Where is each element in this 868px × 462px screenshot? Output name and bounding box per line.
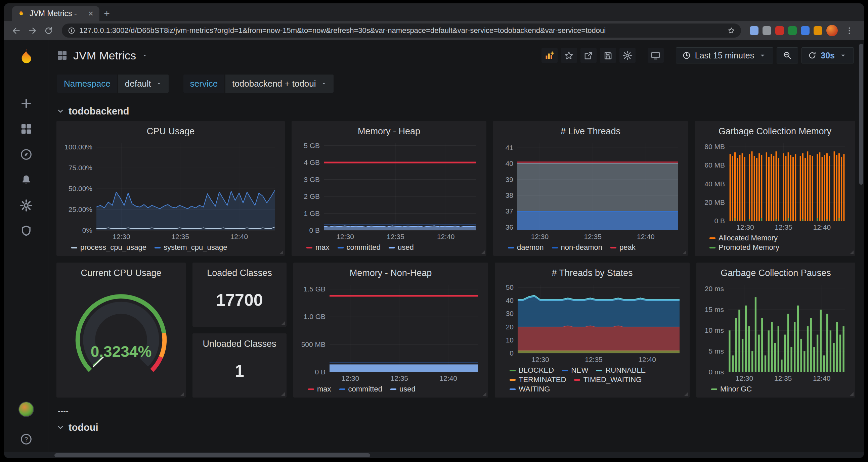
extension-icon[interactable] bbox=[801, 26, 810, 35]
bookmark-star-icon[interactable] bbox=[727, 27, 735, 34]
dashboard-title[interactable]: JVM Metrics bbox=[73, 49, 136, 62]
panel-title[interactable]: CPU Usage bbox=[61, 125, 280, 139]
tab-close-icon[interactable]: × bbox=[87, 9, 95, 18]
legend-item[interactable]: daemon bbox=[508, 243, 544, 252]
panel-legend: process_cpu_usagesystem_cpu_usage bbox=[61, 242, 280, 253]
title-caret-icon[interactable] bbox=[142, 52, 148, 59]
address-bar[interactable]: 127.0.0.1:3002/d/D65bST8iz/jvm-metrics?o… bbox=[62, 24, 741, 38]
sidebar-item-help[interactable]: ? bbox=[19, 432, 34, 447]
variable-service[interactable]: service todobackend + todoui bbox=[183, 74, 334, 93]
variable-value: todobackend + todoui bbox=[232, 78, 316, 89]
horizontal-scrollbar[interactable] bbox=[54, 453, 370, 457]
gc-pauses-chart[interactable]: 20 ms15 ms10 ms5 ms0 ms12:3012:3512:40 bbox=[701, 281, 850, 384]
browser-profile-avatar[interactable] bbox=[826, 25, 838, 36]
back-button[interactable] bbox=[9, 23, 24, 38]
share-dashboard-button[interactable] bbox=[581, 48, 597, 63]
extension-icon[interactable] bbox=[750, 26, 758, 35]
memory-heap-chart[interactable]: 5 GB4 GB3 GB2 GB1 GB0 B12:3012:3512:40 bbox=[296, 139, 482, 242]
svg-text:10 ms: 10 ms bbox=[705, 326, 724, 334]
legend-item[interactable]: TERMINATED bbox=[509, 375, 566, 384]
legend-swatch bbox=[709, 247, 715, 249]
svg-text:12:30: 12:30 bbox=[531, 233, 549, 240]
panel-title[interactable]: Loaded Classes bbox=[197, 267, 282, 281]
legend-item[interactable]: RUNNABLE bbox=[596, 366, 646, 375]
gear-icon bbox=[622, 51, 632, 60]
legend-item[interactable]: NEW bbox=[562, 366, 588, 375]
row-todoui[interactable]: todoui bbox=[56, 418, 855, 437]
legend-item[interactable]: used bbox=[390, 385, 415, 394]
panel-title[interactable]: Garbage Collection Memory bbox=[700, 125, 850, 139]
variable-value-dropdown[interactable]: todobackend + todoui bbox=[225, 74, 333, 93]
variable-namespace[interactable]: Namespace default bbox=[57, 74, 168, 93]
text-panel-separator: ---- bbox=[56, 398, 855, 418]
grafana-logo-icon[interactable] bbox=[16, 47, 37, 68]
svg-text:12:35: 12:35 bbox=[584, 233, 601, 240]
sidebar-item-server-admin[interactable] bbox=[19, 224, 34, 238]
svg-text:12:35: 12:35 bbox=[171, 233, 189, 240]
legend-item[interactable]: used bbox=[389, 243, 414, 252]
legend-item[interactable]: Promoted Memory bbox=[709, 243, 779, 252]
sidebar-item-create[interactable] bbox=[19, 96, 34, 111]
legend-item[interactable]: WAITING bbox=[509, 385, 550, 394]
sidebar-item-configuration[interactable] bbox=[19, 198, 34, 213]
panel-title[interactable]: Unloaded Classes bbox=[197, 337, 282, 352]
cpu-gauge[interactable]: 0.3234% bbox=[61, 281, 181, 395]
refresh-button[interactable]: 30s bbox=[802, 47, 854, 63]
extension-icon[interactable] bbox=[814, 26, 822, 35]
add-panel-button[interactable] bbox=[541, 48, 558, 63]
panel-title[interactable]: Current CPU Usage bbox=[61, 267, 181, 281]
extension-icon[interactable] bbox=[763, 26, 771, 35]
sidebar-item-dashboards[interactable] bbox=[19, 122, 34, 136]
extension-icon[interactable] bbox=[775, 26, 784, 35]
legend-item[interactable]: TIMED_WAITING bbox=[574, 375, 642, 384]
variable-value-dropdown[interactable]: default bbox=[118, 74, 168, 93]
site-info-icon[interactable] bbox=[68, 27, 75, 34]
svg-text:25.00%: 25.00% bbox=[68, 205, 92, 213]
legend-item[interactable]: Minor GC bbox=[711, 385, 752, 394]
legend-item[interactable]: Allocated Memory bbox=[709, 234, 778, 242]
sidebar-item-explore[interactable] bbox=[19, 147, 34, 162]
variable-value: default bbox=[125, 78, 151, 89]
legend-item[interactable]: non-deamon bbox=[552, 243, 602, 252]
reload-button[interactable] bbox=[41, 23, 56, 38]
legend-item[interactable]: max bbox=[306, 243, 330, 252]
panel-title[interactable]: Garbage Collection Pauses bbox=[701, 267, 850, 281]
panel-title[interactable]: # Threads by States bbox=[499, 267, 685, 281]
legend-item[interactable]: process_cpu_usage bbox=[71, 243, 147, 252]
gc-memory-chart[interactable]: 80 MB60 MB40 MB20 MB0 B12:3012:3512:40 bbox=[700, 139, 850, 232]
threads-by-states-chart[interactable]: 5040302010012:3012:3512:40 bbox=[499, 281, 685, 365]
new-tab-button[interactable]: + bbox=[99, 6, 114, 21]
save-icon bbox=[603, 51, 613, 60]
panel-title[interactable]: Memory - Non-Heap bbox=[298, 267, 484, 281]
panel-legend: maxcommittedused bbox=[298, 384, 484, 395]
live-threads-chart[interactable]: 41403938373612:3012:3512:40 bbox=[498, 139, 683, 242]
user-avatar[interactable] bbox=[19, 402, 34, 417]
browser-tab[interactable]: JVM Metrics - × bbox=[12, 6, 99, 21]
legend-item[interactable]: peak bbox=[610, 243, 636, 252]
legend-label: RUNNABLE bbox=[605, 366, 646, 375]
memory-nonheap-chart[interactable]: 1.5 GB1.0 GB500 MB0 B12:3012:3512:40 bbox=[298, 281, 484, 384]
forward-button[interactable] bbox=[25, 23, 40, 38]
legend-item[interactable]: max bbox=[308, 385, 331, 394]
share-icon bbox=[584, 51, 593, 60]
legend-label: BLOCKED bbox=[519, 366, 554, 375]
legend-item[interactable]: committed bbox=[338, 243, 380, 252]
dashboard-settings-button[interactable] bbox=[619, 48, 636, 63]
save-dashboard-button[interactable] bbox=[600, 48, 616, 63]
panel-memory-heap: Memory - Heap 5 GB4 GB3 GB2 GB1 GB0 B12:… bbox=[291, 121, 487, 256]
star-dashboard-button[interactable] bbox=[561, 48, 577, 63]
zoom-out-button[interactable] bbox=[777, 47, 798, 63]
legend-item[interactable]: committed bbox=[339, 385, 382, 394]
tv-mode-button[interactable] bbox=[648, 48, 664, 63]
legend-item[interactable]: BLOCKED bbox=[509, 366, 554, 375]
row-todobackend[interactable]: todobackend bbox=[56, 101, 855, 121]
panel-title[interactable]: Memory - Heap bbox=[296, 125, 482, 139]
sidebar-item-alerting[interactable] bbox=[19, 173, 34, 187]
legend-item[interactable]: system_cpu_usage bbox=[155, 243, 227, 252]
panel-title[interactable]: # Live Threads bbox=[498, 125, 683, 139]
browser-menu-button[interactable] bbox=[842, 23, 857, 38]
vertical-scrollbar[interactable] bbox=[859, 44, 863, 185]
cpu-usage-chart[interactable]: 100.00%75.00%50.00%25.00%0%12:3012:3512:… bbox=[61, 139, 280, 242]
time-range-picker[interactable]: Last 15 minutes bbox=[676, 47, 774, 63]
extension-icon[interactable] bbox=[788, 26, 797, 35]
